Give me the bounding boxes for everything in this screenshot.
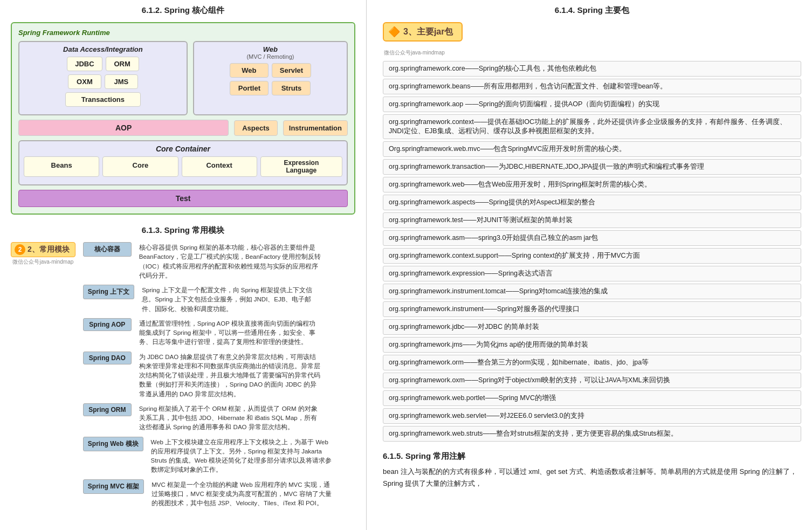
- instrumentation-pill: Instrumentation: [283, 120, 348, 136]
- context-pill: Context: [182, 156, 257, 177]
- aop-row: AOP Aspects Instrumentation: [18, 120, 348, 136]
- badge-label: 2、常用模块: [27, 245, 70, 254]
- test-pill: Test: [18, 190, 348, 207]
- web-box: Web (MVC / Remoting) Web Servlet Portlet…: [193, 41, 348, 115]
- jar-badge: 🔶 3、主要jar包: [383, 22, 463, 42]
- beans-pill: Beans: [24, 156, 99, 177]
- jar-list: org.springframework.core——Spring的核心工具包，其…: [383, 61, 801, 442]
- section-612-title: 6.1.2. Spring 核心组件: [11, 5, 355, 16]
- transactions-pill: Transactions: [65, 92, 141, 107]
- struts-pill: Struts: [272, 81, 311, 95]
- left-panel: 6.1.2. Spring 核心组件 Spring Framework Runt…: [0, 0, 367, 530]
- module-desc-3: 为 JDBC DAO 抽象层提供了有意义的异常层次结构，可用该结构来管理异常处理…: [136, 352, 325, 400]
- section-615: 6.1.5. Spring 常用注解 bean 注入与装配的的方式有很多种，可以…: [383, 451, 801, 490]
- core-container-box: Core Container Beans Core Context Expres…: [18, 140, 348, 185]
- module-label-3: Spring DAO: [83, 352, 132, 364]
- jar-badge-sub: 微信公众号java-mindmap: [384, 49, 801, 57]
- jar-item-14: org.springframework.jdbc——对JDBC 的简单封装: [383, 319, 801, 335]
- jar-badge-label: 3、主要jar包: [403, 26, 453, 38]
- module-label-4: Spring ORM: [83, 403, 132, 416]
- jar-item-18: org.springframework.web.portlet——Spring …: [383, 390, 801, 406]
- orm-pill: ORM: [106, 57, 139, 71]
- jar-item-5: org.springframework.transaction——为JDBC,H…: [383, 159, 801, 175]
- jar-item-17: org.springframework.oxm——Spring对于object/…: [383, 373, 801, 388]
- oxm-pill: OXM: [68, 74, 101, 89]
- jar-item-3: org.springframework.context——提供在基础IOC功能上…: [383, 114, 801, 139]
- servlet-pill: Servlet: [272, 63, 311, 78]
- jar-item-10: org.springframework.context.support——Spr…: [383, 248, 801, 264]
- module-list: 核心容器 核心容器提供 Spring 框架的基本功能，核心容器的主要组件是 Be…: [83, 242, 355, 512]
- aspects-pill: Aspects: [234, 120, 278, 136]
- jar-item-0: org.springframework.core——Spring的核心工具包，其…: [383, 61, 801, 77]
- jar-item-6: org.springframework.web——包含Web应用开发时，用到Sp…: [383, 177, 801, 192]
- jar-item-8: org.springframework.test——对JUNIT等测试框架的简单…: [383, 212, 801, 228]
- module-desc-4: Spring 框架插入了若干个 ORM 框架，从而提供了 ORM 的对象关系工具…: [136, 403, 325, 433]
- data-access-box: Data Access/Integration JDBC ORM OXM JMS…: [18, 41, 188, 115]
- data-access-title: Data Access/Integration: [24, 45, 182, 53]
- module-label-1: Spring 上下文: [83, 285, 134, 299]
- jar-item-16: org.springframework.orm——整合第三方的orm实现，如hi…: [383, 355, 801, 370]
- module-label-0: 核心容器: [83, 242, 132, 257]
- module-desc-6: MVC 框架是一个全功能的构建 Web 应用程序的 MVC 实现，通过策略接口，…: [148, 479, 337, 510]
- core-pill: Core: [102, 156, 178, 177]
- expression-language-pill: ExpressionLanguage: [260, 156, 342, 177]
- jdbc-pill: JDBC: [67, 57, 102, 71]
- jar-item-11: org.springframework.expression——Spring表达…: [383, 266, 801, 281]
- mindmap-badge-box: 2 2、常用模块: [11, 242, 75, 257]
- web-title: Web: [198, 45, 342, 53]
- web-pill: Web: [230, 63, 269, 78]
- section-613: 6.1.3. Spring 常用模块 2 2、常用模块 微信公众号java-mi…: [11, 225, 355, 512]
- module-label-2: Spring AOP: [83, 318, 132, 331]
- jar-item-12: org.springframework.instrument.tomcat——S…: [383, 284, 801, 299]
- jar-item-13: org.springframework.instrument——Spring对服…: [383, 301, 801, 317]
- module-row-6: Spring MVC 框架 MVC 框架是一个全功能的构建 Web 应用程序的 …: [83, 479, 355, 510]
- jar-badge-row: 🔶 3、主要jar包: [383, 22, 801, 42]
- jar-item-19: org.springframework.web.servlet——对J2EE6.…: [383, 408, 801, 424]
- aop-pill: AOP: [18, 120, 229, 136]
- jar-item-15: org.springframework.jms——为简化jms api的使用而做…: [383, 337, 801, 353]
- portlet-pill: Portlet: [230, 81, 269, 95]
- badge-number: 2: [15, 244, 25, 255]
- runtime-title: Spring Framework Runtime: [18, 29, 348, 37]
- jar-item-1: org.springframework.beans——所有应用都用到，包含访问配…: [383, 79, 801, 94]
- module-row-0: 核心容器 核心容器提供 Spring 框架的基本功能，核心容器的主要组件是 Be…: [83, 242, 355, 281]
- module-desc-5: Web 上下文模块建立在应用程序上下文模块之上，为基于 Web 的应用程序提供了…: [148, 437, 336, 476]
- jar-item-20: org.springframework.web.struts——整合对strut…: [383, 426, 801, 442]
- module-row-2: Spring AOP 通过配置管理特性，Spring AOP 模块直接将面向切面…: [83, 318, 355, 348]
- module-row-1: Spring 上下文 Spring 上下文是一个配置文件，向 Spring 框架…: [83, 285, 355, 315]
- module-desc-1: Spring 上下文是一个配置文件，向 Spring 框架提供上下文信息。Spr…: [139, 285, 327, 315]
- section-613-title: 6.1.3. Spring 常用模块: [11, 225, 355, 236]
- jar-item-7: org.springframework.aspects——Spring提供的对A…: [383, 195, 801, 210]
- module-desc-0: 核心容器提供 Spring 框架的基本功能，核心容器的主要组件是 BeanFac…: [136, 242, 325, 281]
- module-label-6: Spring MVC 框架: [83, 479, 144, 494]
- module-desc-2: 通过配置管理特性，Spring AOP 模块直接将面向切面的编程功能集成到了 S…: [136, 318, 325, 348]
- module-row-3: Spring DAO 为 JDBC DAO 抽象层提供了有意义的异常层次结构，可…: [83, 352, 355, 400]
- jms-pill: JMS: [105, 74, 138, 89]
- section-614-title: 6.1.4. Spring 主要包: [383, 5, 801, 16]
- spring-runtime-diagram: Spring Framework Runtime Data Access/Int…: [11, 22, 355, 215]
- jar-item-4: Org.springframework.web.mvc——包含SpringMVC…: [383, 141, 801, 157]
- badge-sub: 微信公众号java-mindmap: [12, 258, 73, 266]
- section-615-title: 6.1.5. Spring 常用注解: [383, 451, 801, 462]
- web-subtitle: (MVC / Remoting): [198, 53, 342, 60]
- module-label-5: Spring Web 模块: [83, 437, 143, 451]
- jar-item-2: org.springframework.aop ——Spring的面向切面编程，…: [383, 97, 801, 112]
- jar-item-9: org.springframework.asm——spring3.0开始提供自己…: [383, 230, 801, 246]
- right-panel: 6.1.4. Spring 主要包 🔶 3、主要jar包 微信公众号java-m…: [367, 0, 812, 530]
- core-container-title: Core Container: [24, 144, 342, 153]
- module-row-4: Spring ORM Spring 框架插入了若干个 ORM 框架，从而提供了 …: [83, 403, 355, 433]
- section-615-text: bean 注入与装配的的方式有很多种，可以通过 xml、get set 方式、构…: [383, 466, 801, 490]
- module-row-5: Spring Web 模块 Web 上下文模块建立在应用程序上下文模块之上，为基…: [83, 437, 355, 476]
